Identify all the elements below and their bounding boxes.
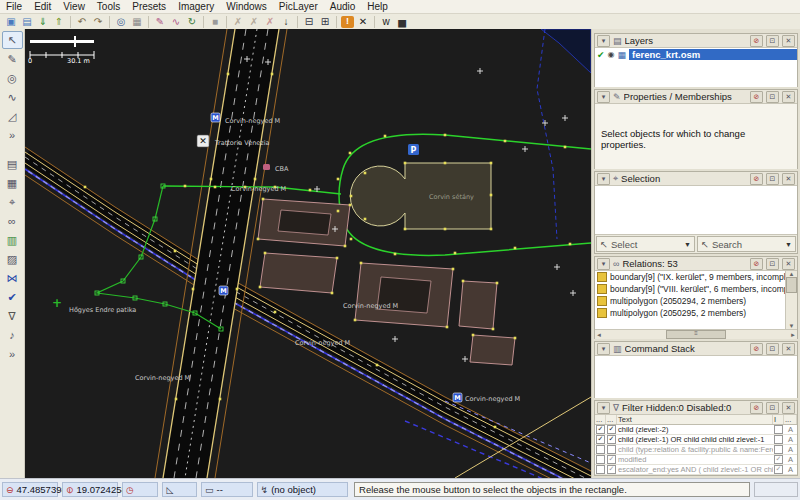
- filter-invert-checkbox[interactable]: [774, 445, 783, 454]
- filter-enable-checkbox[interactable]: ✓: [596, 425, 605, 434]
- metro-icon[interactable]: M: [453, 393, 462, 402]
- filter-row[interactable]: ✓✓child (zlevel:-2)A: [595, 425, 797, 435]
- merge-tool-2-icon[interactable]: ✗: [246, 15, 262, 28]
- close-icon[interactable]: ✕: [782, 343, 795, 355]
- draw-node-tool-icon[interactable]: ✎: [2, 50, 23, 68]
- more-panels-icon[interactable]: »: [2, 345, 23, 363]
- merge-tool-1-icon[interactable]: ✗: [230, 15, 246, 28]
- filter-invert-checkbox[interactable]: [774, 425, 783, 434]
- menu-tools[interactable]: Tools: [91, 1, 126, 12]
- filter-enable-checkbox[interactable]: [596, 445, 605, 454]
- menu-windows[interactable]: Windows: [220, 1, 273, 12]
- close-marker-icon[interactable]: ✕: [197, 135, 209, 147]
- collapse-icon[interactable]: ▾: [597, 402, 610, 414]
- sticky-icon[interactable]: ⊘: [750, 402, 763, 414]
- relations-vscrollbar[interactable]: ▲ ▼: [785, 271, 797, 329]
- hand-tool-icon[interactable]: ↓: [278, 15, 294, 28]
- selection-list[interactable]: [595, 186, 797, 234]
- sticky-icon[interactable]: ⊘: [750, 91, 763, 103]
- map-canvas[interactable]: ✕PMMM+ 030.1 mTrattoria VeneziaCBACorvin…: [25, 29, 591, 478]
- collapse-icon[interactable]: ▾: [597, 91, 610, 103]
- layer-row[interactable]: ✔◉▦ferenc_krt.osm: [595, 48, 797, 61]
- filter-expression[interactable]: child (zlevel:-2): [617, 425, 773, 434]
- menu-view[interactable]: View: [57, 1, 91, 12]
- collapse-icon[interactable]: ▾: [597, 173, 610, 185]
- measure-tool-icon[interactable]: ◿: [2, 107, 23, 125]
- filter-panel-toggle-icon[interactable]: ∇: [2, 307, 23, 325]
- filter-row[interactable]: ✓escalator_end:yes AND ( child zlevel:-1…: [595, 465, 797, 475]
- relation-row[interactable]: multipolygon (2050294, 2 members): [595, 295, 786, 307]
- close-icon[interactable]: ✕: [782, 91, 795, 103]
- redo-icon[interactable]: ↷: [90, 15, 106, 28]
- filter-row[interactable]: ✓modified✓A: [595, 455, 797, 465]
- scroll-left-icon[interactable]: ◄: [596, 332, 602, 338]
- follow-line-icon[interactable]: ∿: [168, 15, 184, 28]
- menu-audio[interactable]: Audio: [324, 1, 362, 12]
- filter-enable-checkbox[interactable]: [596, 455, 605, 464]
- parking-icon[interactable]: P: [408, 144, 419, 155]
- bus-preset-icon[interactable]: ⊞: [317, 15, 333, 28]
- filter-enable-checkbox[interactable]: [596, 465, 605, 474]
- car-preset-icon[interactable]: ⊟: [301, 15, 317, 28]
- pharmacy-icon[interactable]: +: [52, 296, 62, 310]
- zoom-to-selection-icon[interactable]: ◎: [113, 15, 129, 28]
- close-icon[interactable]: ✕: [782, 402, 795, 414]
- filter-expression[interactable]: modified: [617, 455, 773, 464]
- filter-invert-checkbox[interactable]: ✓: [774, 455, 783, 464]
- close-icon[interactable]: ✕: [782, 258, 795, 270]
- filter-column-header[interactable]: I: [773, 415, 784, 424]
- filter-hide-checkbox[interactable]: ✓: [607, 455, 616, 464]
- tags-panel-toggle-icon[interactable]: ▦: [2, 174, 23, 192]
- histogram-icon[interactable]: ▅: [394, 15, 410, 28]
- sticky-icon[interactable]: ⊘: [750, 258, 763, 270]
- filter-column-header[interactable]: ...: [595, 415, 606, 424]
- merge-tool-3-icon[interactable]: ✗: [262, 15, 278, 28]
- filter-row[interactable]: ✓✓child (zlevel:-1) OR child child child…: [595, 435, 797, 445]
- sticky-icon[interactable]: ⊘: [750, 173, 763, 185]
- metro-icon[interactable]: M: [211, 113, 220, 122]
- scroll-down-icon[interactable]: ▼: [789, 323, 795, 329]
- filter-hide-checkbox[interactable]: ✓: [607, 425, 616, 434]
- commands-panel-toggle-icon[interactable]: ▥: [2, 231, 23, 249]
- menu-piclayer[interactable]: PicLayer: [273, 1, 324, 12]
- audio-toggle-icon[interactable]: ♪: [2, 326, 23, 344]
- improve-accuracy-tool-icon[interactable]: ∿: [2, 88, 23, 106]
- filter-expression[interactable]: escalator_end:yes AND ( child zlevel:-1 …: [617, 465, 773, 474]
- shop-icon[interactable]: [263, 164, 270, 170]
- layer-visibility-icon[interactable]: ◉: [608, 50, 615, 59]
- dock-icon[interactable]: ⊡: [766, 343, 779, 355]
- menu-file[interactable]: File: [0, 1, 28, 12]
- relation-row[interactable]: multipolygon (2050295, 2 members): [595, 307, 786, 319]
- filter-row[interactable]: child (type:relation & facility:public &…: [595, 445, 797, 455]
- map-area[interactable]: ✕PMMM+ 030.1 mTrattoria VeneziaCBACorvin…: [25, 29, 591, 478]
- undo-icon[interactable]: ↶: [74, 15, 90, 28]
- delete-icon[interactable]: ✕: [355, 15, 371, 28]
- menu-help[interactable]: Help: [361, 1, 394, 12]
- sticky-icon[interactable]: ⊘: [750, 35, 763, 47]
- menu-imagery[interactable]: Imagery: [172, 1, 220, 12]
- relation-row[interactable]: boundary[9] ("VIII. kerület", 6 members,…: [595, 283, 786, 295]
- selection-panel-toggle-icon[interactable]: ⌖: [2, 193, 23, 211]
- scroll-thumb[interactable]: [786, 277, 797, 293]
- zoom-tool-icon[interactable]: ◎: [2, 69, 23, 87]
- sticky-icon[interactable]: ⊘: [750, 343, 763, 355]
- search-dropdown[interactable]: ↖ Search ▼: [697, 236, 796, 252]
- layer-name[interactable]: ferenc_krt.osm: [629, 49, 797, 60]
- scroll-thumb[interactable]: ≡: [666, 330, 726, 339]
- select-tool-icon[interactable]: ↖: [2, 31, 23, 49]
- relation-row[interactable]: boundary[9] ("IX. kerület", 9 members, i…: [595, 271, 786, 283]
- dock-icon[interactable]: ⊡: [766, 258, 779, 270]
- dock-icon[interactable]: ⊡: [766, 402, 779, 414]
- imagery-placeholder-icon[interactable]: ■: [207, 15, 223, 28]
- layer-active-icon[interactable]: ✔: [597, 50, 605, 60]
- select-dropdown[interactable]: ↖ Select ▼: [596, 236, 695, 252]
- collapse-icon[interactable]: ▾: [597, 258, 610, 270]
- menu-presets[interactable]: Presets: [126, 1, 172, 12]
- draw-tool-icon[interactable]: ✎: [152, 15, 168, 28]
- filter-hide-checkbox[interactable]: [607, 445, 616, 454]
- dock-icon[interactable]: ⊡: [766, 173, 779, 185]
- close-icon[interactable]: ✕: [782, 173, 795, 185]
- filter-column-header[interactable]: ...: [606, 415, 617, 424]
- layers-panel-toggle-icon[interactable]: ▤: [2, 155, 23, 173]
- collapse-icon[interactable]: ▾: [597, 343, 610, 355]
